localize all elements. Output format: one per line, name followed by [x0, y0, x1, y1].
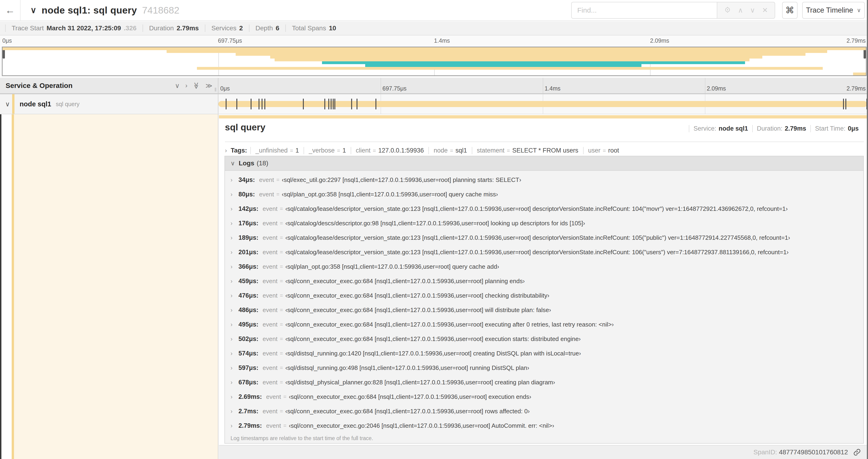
chevron-right-icon[interactable]: › [230, 379, 239, 386]
equals-sign: = [280, 220, 283, 226]
minimap-canvas[interactable] [2, 47, 867, 76]
log-row[interactable]: › 34μs: event = ‹sql/exec_util.go:2297 [… [230, 173, 863, 187]
span-operation-name: sql query [56, 101, 79, 107]
log-row[interactable]: › 2.7ms: event = ‹sql/conn_executor_exec… [230, 404, 863, 418]
minimap-span-bar [322, 61, 745, 64]
chevron-down-icon[interactable]: ∨ [230, 160, 235, 167]
log-row[interactable]: › 495μs: event = ‹sql/conn_executor_exec… [230, 317, 863, 332]
chevron-right-icon[interactable]: › [225, 147, 227, 154]
axis-tick-0: 0μs [220, 85, 230, 92]
trace-id: 7418682 [142, 5, 180, 16]
chevron-down-icon[interactable]: ∨ [0, 100, 12, 108]
log-row[interactable]: › 678μs: event = ‹sql/distsql_physical_p… [230, 375, 863, 390]
meta-value: 0μs [848, 125, 859, 132]
log-row[interactable]: › 366μs: event = ‹sql/plan_opt.go:358 [n… [230, 259, 863, 274]
back-button[interactable]: ← [0, 0, 21, 21]
span-duration-bar[interactable] [218, 101, 867, 107]
minimap-tick-0: 0μs [2, 37, 12, 44]
log-row[interactable]: › 201μs: event = ‹sql/catalog/lease/desc… [230, 245, 863, 259]
log-event-marker [258, 99, 259, 109]
chevron-down-icon[interactable]: ∨ [30, 5, 36, 15]
collapse-one-icon[interactable]: ∨ [175, 82, 180, 90]
search-input[interactable] [571, 2, 717, 19]
log-field-value: ‹sql/conn_executor_exec.go:684 [nsql1,cl… [289, 393, 531, 400]
expand-one-icon[interactable]: › [185, 82, 187, 89]
minimap-span-bar [166, 50, 827, 53]
logs-list: › 34μs: event = ‹sql/exec_util.go:2297 [… [225, 171, 863, 433]
equals-sign: = [280, 292, 283, 299]
log-row[interactable]: › 80μs: event = ‹sql/plan_opt.go:358 [ns… [230, 187, 863, 201]
log-field-key: event [263, 364, 278, 371]
log-field-value: ‹sql/conn_executor_exec.go:684 [nsql1,cl… [285, 408, 530, 415]
log-field-value: ‹sql/distsql_running.go:498 [nsql1,clien… [285, 364, 529, 371]
collapse-all-icon[interactable]: ≫ [193, 82, 200, 89]
tag-value: 1 [296, 147, 299, 154]
chevron-right-icon[interactable]: › [230, 278, 239, 285]
span-row-timeline-cell[interactable] [218, 94, 867, 114]
equals-sign: = [280, 379, 283, 386]
logs-title: Logs [239, 160, 254, 167]
span-row-name-cell[interactable]: ∨ node sql1 sql query [0, 94, 218, 114]
focus-icon[interactable] [724, 6, 731, 14]
logs-footnote: Log timestamps are relative to the start… [230, 435, 863, 441]
log-field-key: event [263, 350, 278, 357]
chevron-right-icon[interactable]: › [230, 422, 239, 429]
log-timestamp: 495μs: [239, 321, 258, 328]
expand-all-icon[interactable]: ≫ [206, 82, 212, 90]
trace-title-group[interactable]: ∨ node sql1: sql query 7418682 [30, 0, 180, 21]
chevron-right-icon[interactable]: › [230, 336, 239, 342]
chevron-right-icon[interactable]: › [230, 307, 239, 314]
column-resizer-handle[interactable]: ‖ [214, 87, 217, 93]
chevron-right-icon[interactable]: › [230, 292, 239, 299]
axis-tick-3: 2.09ms [707, 85, 726, 92]
log-row[interactable]: › 459μs: event = ‹sql/conn_executor_exec… [230, 274, 863, 288]
logs-count: (18) [257, 160, 268, 167]
chevron-right-icon[interactable]: › [230, 249, 239, 256]
equals-sign: = [290, 147, 293, 154]
chevron-right-icon[interactable]: › [230, 191, 239, 198]
logs-header[interactable]: ∨ Logs (18) [225, 156, 863, 171]
log-row[interactable]: › 189μs: event = ‹sql/catalog/lease/desc… [230, 230, 863, 245]
log-field-key: event [263, 249, 278, 256]
log-row[interactable]: › 2.79ms: event = ‹sql/conn_executor_exe… [230, 418, 863, 433]
chevron-right-icon[interactable]: › [230, 220, 239, 227]
view-type-dropdown[interactable]: Trace Timeline ∨ [802, 2, 865, 19]
log-field-key: event [263, 205, 278, 212]
log-row[interactable]: › 2.69ms: event = ‹sql/conn_executor_exe… [230, 390, 863, 404]
chevron-right-icon[interactable]: › [230, 234, 239, 241]
chevron-right-icon[interactable]: › [230, 263, 239, 270]
log-row[interactable]: › 574μs: event = ‹sql/distsql_running.go… [230, 346, 863, 361]
equals-sign: = [507, 147, 510, 154]
deep-link-icon[interactable] [853, 448, 861, 456]
log-row[interactable]: › 476μs: event = ‹sql/conn_executor_exec… [230, 288, 863, 303]
chevron-right-icon[interactable]: › [230, 321, 239, 328]
close-icon[interactable]: ✕ [762, 7, 768, 14]
equals-sign: = [280, 307, 283, 313]
page-scrollbar[interactable] [867, 0, 868, 459]
summary-label: Depth [255, 25, 273, 32]
meta-item: Start Time: 0μs [810, 125, 863, 132]
log-event-marker [236, 99, 237, 109]
chevron-right-icon[interactable]: › [230, 350, 239, 357]
chevron-right-icon[interactable]: › [230, 393, 239, 400]
keyboard-shortcuts-button[interactable]: ⌘ [782, 2, 798, 19]
log-row[interactable]: › 486μs: event = ‹sql/conn_executor_exec… [230, 303, 863, 317]
log-row[interactable]: › 502μs: event = ‹sql/conn_executor_exec… [230, 332, 863, 346]
chevron-right-icon[interactable]: › [230, 205, 239, 212]
log-row[interactable]: › 597μs: event = ‹sql/distsql_running.go… [230, 361, 863, 375]
log-field-value: ‹sql/catalog/lease/descriptor_version_st… [285, 249, 789, 256]
tag-value: 1 [343, 147, 346, 154]
equals-sign: = [280, 206, 283, 212]
minimap-tick-4: 2.79ms [846, 37, 866, 44]
span-row: ∨ node sql1 sql query [0, 94, 868, 114]
chevron-down-icon[interactable]: ∨ [750, 7, 755, 14]
log-field-key: event [266, 422, 281, 429]
log-row[interactable]: › 176μs: event = ‹sql/catalog/descs/desc… [230, 216, 863, 230]
chevron-right-icon[interactable]: › [230, 408, 239, 415]
tags-row[interactable]: › Tags: _unfinished = 1 _verbose = 1 cli… [225, 147, 864, 154]
chevron-up-icon[interactable]: ∧ [738, 7, 743, 14]
chevron-right-icon[interactable]: › [230, 176, 239, 183]
log-timestamp: 2.69ms: [239, 393, 262, 400]
log-row[interactable]: › 142μs: event = ‹sql/catalog/lease/desc… [230, 201, 863, 216]
chevron-right-icon[interactable]: › [230, 365, 239, 371]
